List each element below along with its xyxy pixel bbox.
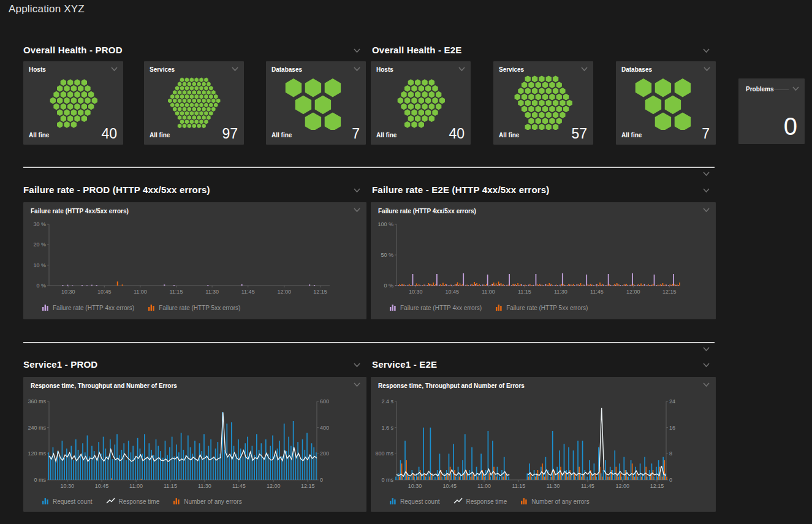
legend-item[interactable]: Response time	[453, 496, 507, 507]
tile-label: Services	[150, 66, 175, 73]
chevron-down-icon[interactable]	[353, 66, 362, 72]
svg-text:10:45: 10:45	[95, 483, 109, 489]
chevron-down-icon[interactable]	[702, 188, 711, 194]
svg-text:30 %: 30 %	[33, 221, 46, 227]
section-divider	[23, 167, 715, 168]
svg-text:12:00: 12:00	[278, 289, 292, 295]
bar-series-icon	[389, 302, 397, 313]
svg-text:10:45: 10:45	[97, 289, 112, 295]
chart-canvas: 0 ms800 ms1.6 s2.4 s08162410:3010:4511:0…	[371, 395, 716, 492]
chart-title: Response time, Throughput and Number of …	[378, 382, 525, 389]
legend-item[interactable]: Failure rate (HTTP 4xx errors)	[389, 302, 482, 313]
section-title-failure-rate-prod: Failure rate - PROD (HTTP 4xx/5xx errors…	[23, 184, 210, 195]
health-tile-databases-e2e[interactable]: Databases All fine 7	[616, 61, 716, 145]
chart-legend: Request countResponse timeNumber of any …	[23, 492, 366, 511]
legend-item[interactable]: Response time	[106, 496, 160, 507]
svg-text:0 ms: 0 ms	[34, 477, 46, 483]
svg-text:100 %: 100 %	[378, 221, 393, 227]
legend-label: Request count	[400, 498, 440, 505]
health-tile-hosts-prod[interactable]: Hosts All fine 40	[23, 61, 123, 145]
legend-item[interactable]: Request count	[389, 496, 440, 507]
svg-text:0 ms: 0 ms	[381, 477, 393, 483]
status-text: All fine	[499, 132, 519, 139]
health-tile-services-e2e[interactable]: Services All fine 57	[493, 61, 593, 145]
chevron-down-icon[interactable]	[231, 66, 240, 72]
health-tile-hosts-e2e[interactable]: Hosts All fine 40	[371, 61, 471, 145]
health-tile-services-prod[interactable]: Services All fine 97	[144, 61, 244, 145]
chart-tile-service1-prod[interactable]: Response time, Throughput and Number of …	[23, 377, 366, 512]
svg-text:0 %: 0 %	[36, 283, 46, 289]
legend-item[interactable]: Failure rate (HTTP 5xx errors)	[148, 302, 240, 313]
bar-series-icon	[389, 496, 397, 507]
svg-text:10:30: 10:30	[60, 483, 74, 489]
failure-rate-e2e-plot[interactable]: 0 %50 %100 %10:3010:4511:0011:1511:3011:…	[371, 218, 716, 298]
sparkline-placeholder	[774, 89, 789, 90]
legend-label: Response time	[466, 498, 507, 505]
chart-tile-service1-e2e[interactable]: Response time, Throughput and Number of …	[371, 377, 716, 512]
service1-e2e-plot[interactable]: 0 ms800 ms1.6 s2.4 s08162410:3010:4511:0…	[371, 395, 716, 492]
chevron-down-icon[interactable]	[792, 86, 800, 92]
svg-text:24: 24	[669, 398, 675, 404]
chevron-down-icon[interactable]	[702, 48, 711, 54]
status-text: All fine	[271, 132, 292, 139]
chevron-down-icon[interactable]	[702, 382, 711, 388]
chevron-down-icon[interactable]	[702, 171, 711, 177]
hexagon-cluster	[493, 75, 593, 130]
chart-tile-failure-rate-e2e[interactable]: Failure rate (HTTP 4xx/5xx errors) 0 %50…	[371, 202, 716, 319]
chevron-down-icon[interactable]	[458, 66, 466, 72]
legend-item[interactable]: Request count	[42, 496, 93, 507]
chevron-down-icon[interactable]	[353, 207, 362, 213]
svg-text:11:45: 11:45	[581, 483, 594, 489]
svg-text:2.4 s: 2.4 s	[381, 398, 393, 404]
legend-label: Failure rate (HTTP 4xx errors)	[400, 305, 482, 311]
legend-item[interactable]: Failure rate (HTTP 4xx errors)	[42, 302, 134, 313]
legend-item[interactable]: Failure rate (HTTP 5xx errors)	[495, 302, 588, 313]
chevron-down-icon[interactable]	[580, 66, 589, 72]
chevron-down-icon[interactable]	[110, 66, 119, 72]
status-text: All fine	[621, 132, 642, 139]
svg-text:360 ms: 360 ms	[28, 398, 46, 404]
bar-series-icon	[42, 496, 49, 507]
problems-tile[interactable]: Problems 0	[738, 78, 805, 144]
bar-series-icon	[148, 302, 155, 313]
legend-item[interactable]: Number of any errors	[173, 496, 241, 507]
chart-legend: Request countResponse timeNumber of any …	[371, 492, 716, 511]
svg-text:0: 0	[320, 477, 323, 483]
chevron-down-icon[interactable]	[702, 362, 711, 368]
legend-label: Number of any errors	[184, 498, 241, 505]
section-title-overall-health-e2e: Overall Health - E2E	[372, 45, 462, 55]
chevron-down-icon[interactable]	[702, 346, 711, 352]
legend-label: Failure rate (HTTP 4xx errors)	[53, 305, 134, 311]
chevron-down-icon[interactable]	[353, 382, 362, 388]
section-title-overall-health-prod: Overall Health - PROD	[23, 45, 123, 55]
chart-title: Failure rate (HTTP 4xx/5xx errors)	[31, 208, 129, 215]
section-title-service1-prod: Service1 - PROD	[23, 359, 97, 370]
health-tile-databases-prod[interactable]: Databases All fine 7	[266, 61, 366, 145]
chevron-down-icon[interactable]	[353, 48, 362, 54]
service1-prod-plot[interactable]: 0 ms120 ms240 ms360 ms020040060010:3010:…	[23, 395, 366, 492]
svg-text:50 %: 50 %	[381, 252, 393, 258]
chevron-down-icon[interactable]	[703, 66, 711, 72]
failure-rate-prod-plot[interactable]: 0 %10 %20 %30 %10:3010:4511:0011:1511:30…	[23, 218, 366, 298]
dashboard: Application XYZ Overall Health - PROD Ov…	[0, 0, 812, 524]
svg-text:10:30: 10:30	[61, 289, 75, 295]
chevron-down-icon[interactable]	[353, 188, 362, 194]
bar-series-icon	[42, 302, 49, 313]
chevron-down-icon[interactable]	[702, 207, 711, 213]
chevron-down-icon[interactable]	[353, 362, 362, 368]
entity-count: 40	[449, 126, 465, 142]
svg-text:11:00: 11:00	[482, 289, 495, 295]
chart-canvas: 0 %10 %20 %30 %10:3010:4511:0011:1511:30…	[23, 218, 366, 298]
legend-label: Failure rate (HTTP 5xx errors)	[159, 305, 240, 311]
section-divider	[23, 342, 715, 343]
tile-label: Databases	[621, 66, 652, 73]
svg-text:12:15: 12:15	[662, 289, 677, 295]
svg-text:12:00: 12:00	[615, 483, 629, 489]
svg-text:11:45: 11:45	[232, 483, 246, 489]
chart-canvas: 0 %50 %100 %10:3010:4511:0011:1511:3011:…	[371, 218, 716, 298]
chart-tile-failure-rate-prod[interactable]: Failure rate (HTTP 4xx/5xx errors) 0 %10…	[23, 202, 366, 319]
svg-text:11:15: 11:15	[518, 289, 531, 295]
legend-item[interactable]: Number of any errors	[520, 496, 589, 507]
svg-text:11:30: 11:30	[554, 289, 567, 295]
svg-text:11:15: 11:15	[170, 289, 183, 295]
